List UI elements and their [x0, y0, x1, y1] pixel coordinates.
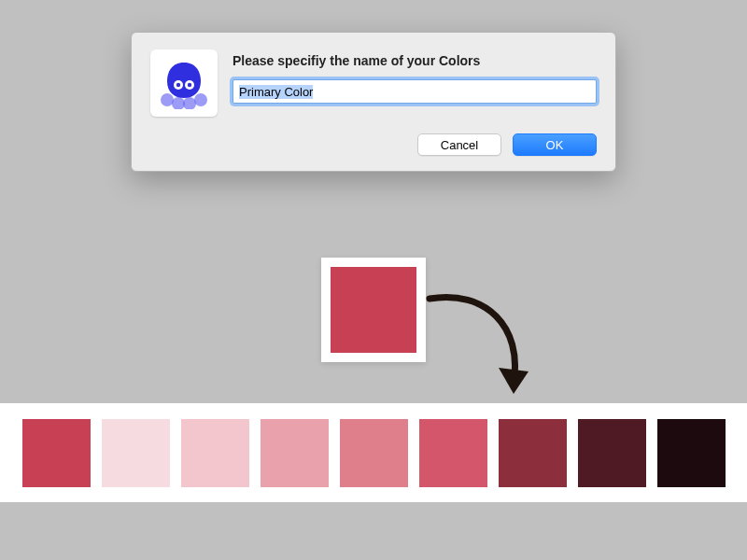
ok-button[interactable]: OK	[513, 133, 597, 156]
swatch-2[interactable]	[181, 419, 249, 487]
swatch-0[interactable]	[22, 419, 91, 487]
dialog-content: Please specifiy the name of your Colors	[233, 49, 597, 117]
svg-point-0	[161, 93, 174, 106]
swatch-1[interactable]	[102, 419, 170, 487]
svg-point-7	[188, 83, 191, 87]
svg-point-3	[194, 93, 207, 106]
swatch-8[interactable]	[657, 419, 726, 487]
color-name-input[interactable]	[233, 79, 597, 104]
swatch-7[interactable]	[578, 419, 646, 487]
svg-point-2	[183, 97, 196, 109]
svg-point-6	[176, 83, 180, 87]
palette-bar	[0, 403, 747, 502]
app-icon	[150, 49, 218, 117]
swatch-5[interactable]	[419, 419, 487, 487]
cancel-button[interactable]: Cancel	[417, 133, 501, 156]
swatch-6[interactable]	[499, 419, 567, 487]
name-dialog: Please specifiy the name of your Colors …	[131, 32, 616, 172]
dialog-title: Please specifiy the name of your Colors	[233, 53, 597, 68]
dialog-buttons: Cancel OK	[150, 133, 597, 156]
octopus-icon	[158, 57, 210, 109]
arrow-icon	[420, 280, 551, 411]
source-swatch-card	[321, 258, 426, 362]
svg-marker-8	[499, 368, 529, 394]
swatch-3[interactable]	[261, 419, 329, 487]
source-swatch	[331, 267, 416, 353]
svg-point-1	[172, 97, 185, 109]
swatch-4[interactable]	[340, 419, 408, 487]
dialog-body: Please specifiy the name of your Colors	[150, 49, 597, 117]
